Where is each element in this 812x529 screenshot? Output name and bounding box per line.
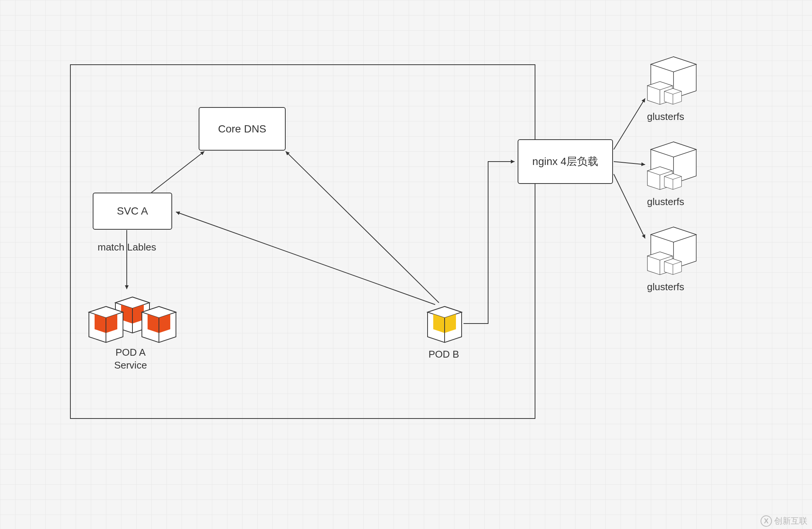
coredns-label: Core DNS [218,123,266,135]
podb-cube [422,299,467,348]
gfs2-label: glusterfs [647,196,684,208]
svca-box: SVC A [93,193,172,230]
match-labels-text: match Lables [98,241,156,254]
podb-label: POD B [421,348,467,361]
edge-nginx-gfs3 [614,174,645,238]
gfs1-label: glusterfs [647,110,684,123]
nginx-label: nginx 4层负载 [532,154,598,169]
gfs2-cube [643,138,704,195]
watermark-text: 创新互联 [774,515,807,527]
diagram-canvas: Core DNS SVC A nginx 4层负载 match Lables P… [0,0,812,529]
watermark: X 创新互联 [761,515,807,527]
poda-cubes [83,291,182,348]
svca-label: SVC A [117,205,148,217]
edge-nginx-gfs2 [614,162,645,165]
gfs1-cube [643,53,704,110]
poda-label: POD A Service [108,346,153,372]
nginx-box: nginx 4层负载 [518,139,613,184]
coredns-box: Core DNS [199,107,286,151]
gfs3-cube [643,223,704,280]
edge-nginx-gfs1 [614,98,645,149]
watermark-icon: X [761,515,772,527]
gfs3-label: glusterfs [647,281,684,294]
